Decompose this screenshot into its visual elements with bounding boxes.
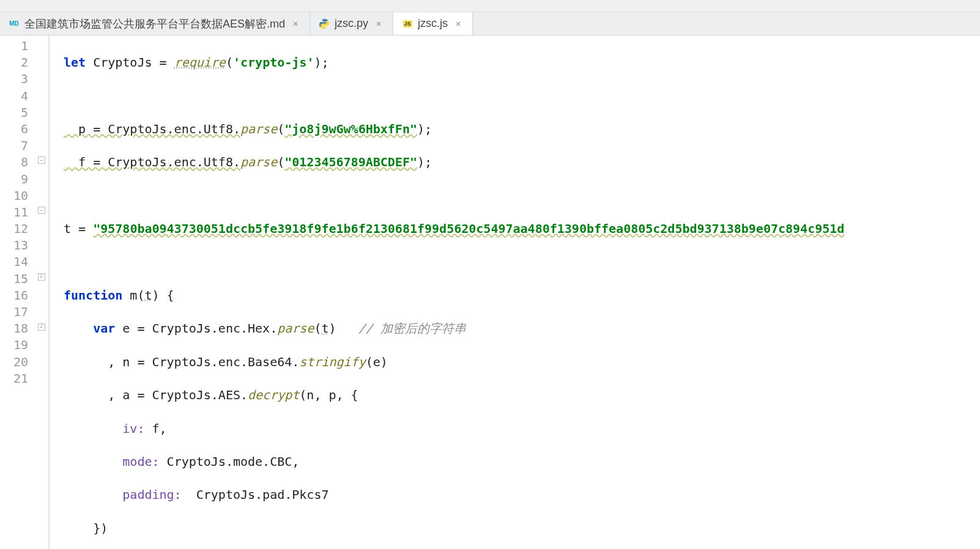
- line-number: 7: [0, 138, 28, 154]
- close-icon[interactable]: ×: [453, 18, 464, 29]
- line-number: 11: [0, 204, 28, 221]
- tab-md-file[interactable]: MD 全国建筑市场监管公共服务平台平台数据AES解密.md ×: [0, 12, 310, 35]
- tab-label: 全国建筑市场监管公共服务平台平台数据AES解密.md: [24, 17, 285, 31]
- line-number: 14: [0, 254, 28, 270]
- close-icon[interactable]: ×: [373, 18, 384, 29]
- markdown-icon: MD: [9, 18, 20, 29]
- line-number: 1: [0, 38, 28, 54]
- fold-end-icon[interactable]: ┘: [38, 273, 45, 281]
- line-number: 6: [0, 121, 28, 138]
- top-toolbar: [0, 0, 980, 12]
- line-number: 12: [0, 221, 28, 237]
- line-number: 8: [0, 154, 28, 171]
- code-content[interactable]: let CryptoJs = require('crypto-js'); p =…: [64, 35, 980, 549]
- python-icon: [319, 18, 330, 29]
- close-icon[interactable]: ×: [290, 18, 301, 29]
- line-number: 15: [0, 271, 28, 287]
- tab-js-file[interactable]: JS jzsc.js ×: [393, 12, 473, 35]
- tab-label: jzsc.js: [418, 17, 448, 30]
- line-number: 19: [0, 337, 28, 353]
- line-number: 13: [0, 237, 28, 254]
- fold-start-icon[interactable]: −: [38, 207, 45, 214]
- line-number-gutter: 123456789101112131415161718192021: [0, 35, 37, 549]
- javascript-icon: JS: [402, 18, 413, 29]
- line-number: 21: [0, 370, 28, 387]
- fold-column: − − ┘ ┘: [37, 35, 49, 549]
- fold-start-icon[interactable]: −: [38, 157, 45, 164]
- editor-tabs: MD 全国建筑市场监管公共服务平台平台数据AES解密.md × jzsc.py …: [0, 12, 980, 35]
- editor-separator: [49, 35, 64, 549]
- line-number: 20: [0, 354, 28, 370]
- tab-python-file[interactable]: jzsc.py ×: [310, 12, 393, 35]
- line-number: 3: [0, 71, 28, 87]
- fold-end-icon[interactable]: ┘: [38, 323, 45, 331]
- code-editor[interactable]: 123456789101112131415161718192021 − − ┘ …: [0, 35, 980, 549]
- tab-label: jzsc.py: [335, 17, 368, 30]
- line-number: 5: [0, 105, 28, 121]
- line-number: 4: [0, 88, 28, 105]
- line-number: 18: [0, 320, 28, 337]
- line-number: 2: [0, 54, 28, 71]
- line-number: 10: [0, 188, 28, 204]
- line-number: 9: [0, 171, 28, 188]
- line-number: 17: [0, 304, 28, 320]
- line-number: 16: [0, 287, 28, 304]
